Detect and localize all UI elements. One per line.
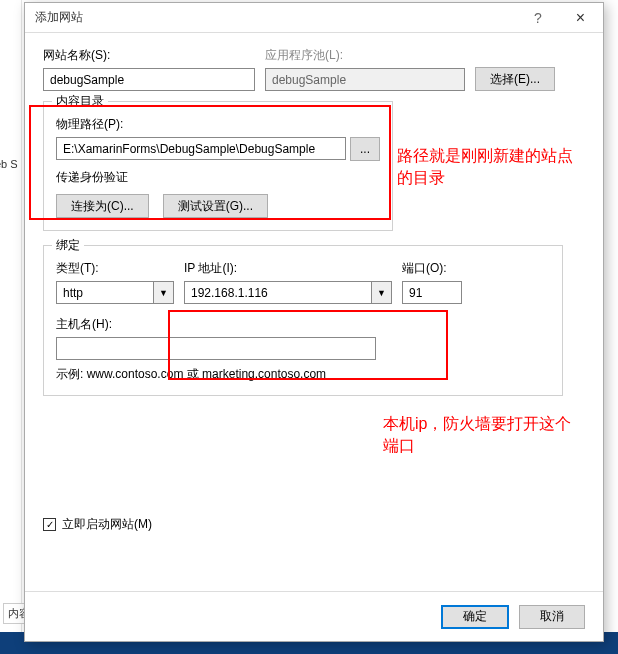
test-settings-button[interactable]: 测试设置(G)... — [163, 194, 268, 218]
binding-fieldset: 绑定 类型(T): http ▼ IP 地址(I): 192.168.1.116… — [43, 245, 563, 396]
connect-as-button[interactable]: 连接为(C)... — [56, 194, 149, 218]
hostname-input[interactable] — [56, 337, 376, 360]
ip-select[interactable]: 192.168.1.116 ▼ — [184, 281, 392, 304]
type-value: http — [57, 282, 153, 303]
content-dir-legend: 内容目录 — [52, 93, 108, 110]
annotation-text-path: 路径就是刚刚新建的站点的目录 — [397, 145, 577, 190]
app-pool-label: 应用程序池(L): — [265, 47, 465, 64]
bg-left-text: eb S — [0, 158, 18, 170]
app-pool-input — [265, 68, 465, 91]
type-label: 类型(T): — [56, 260, 174, 277]
port-input[interactable] — [402, 281, 462, 304]
type-select[interactable]: http ▼ — [56, 281, 174, 304]
start-immediate-checkbox[interactable]: ✓ — [43, 518, 56, 531]
dialog-footer: 确定 取消 — [25, 591, 603, 641]
chevron-down-icon: ▼ — [371, 282, 391, 303]
port-label: 端口(O): — [402, 260, 462, 277]
browse-path-button[interactable]: ... — [350, 137, 380, 161]
site-name-input[interactable] — [43, 68, 255, 91]
annotation-text-ip: 本机ip，防火墙要打开这个端口 — [383, 413, 583, 458]
physical-path-label: 物理路径(P): — [56, 116, 380, 133]
select-pool-button[interactable]: 选择(E)... — [475, 67, 555, 91]
add-website-dialog: 添加网站 ? × 网站名称(S): 应用程序池(L): 选择(E)... 内容目… — [24, 2, 604, 642]
ok-button[interactable]: 确定 — [441, 605, 509, 629]
ip-label: IP 地址(I): — [184, 260, 392, 277]
dialog-content: 网站名称(S): 应用程序池(L): 选择(E)... 内容目录 物理路径(P)… — [25, 33, 603, 543]
physical-path-input[interactable] — [56, 137, 346, 160]
start-immediate-row[interactable]: ✓ 立即启动网站(M) — [43, 516, 585, 533]
ip-value: 192.168.1.116 — [185, 282, 371, 303]
binding-legend: 绑定 — [52, 237, 84, 254]
start-immediate-label: 立即启动网站(M) — [62, 516, 152, 533]
dialog-title: 添加网站 — [35, 9, 518, 26]
close-button[interactable]: × — [558, 3, 603, 33]
chevron-down-icon: ▼ — [153, 282, 173, 303]
pass-auth-label: 传递身份验证 — [56, 169, 380, 186]
content-dir-fieldset: 内容目录 物理路径(P): ... 传递身份验证 连接为(C)... 测试设置(… — [43, 101, 393, 231]
titlebar: 添加网站 ? × — [25, 3, 603, 33]
cancel-button[interactable]: 取消 — [519, 605, 585, 629]
hostname-label: 主机名(H): — [56, 316, 376, 333]
help-button[interactable]: ? — [518, 3, 558, 33]
site-name-label: 网站名称(S): — [43, 47, 255, 64]
hostname-example: 示例: www.contoso.com 或 marketing.contoso.… — [56, 366, 550, 383]
